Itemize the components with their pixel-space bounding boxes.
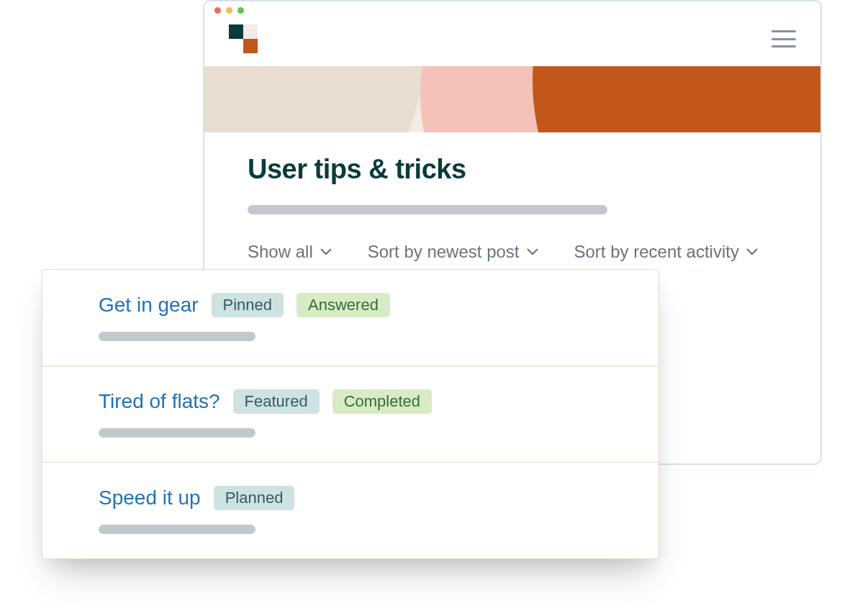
subtitle-placeholder xyxy=(248,205,607,214)
badge-answered: Answered xyxy=(296,293,390,317)
post-title: Speed it up xyxy=(99,486,201,509)
page-title: User tips & tricks xyxy=(248,154,777,185)
window-zoom-dot[interactable] xyxy=(237,7,244,14)
post-row[interactable]: Tired of flats? Featured Completed xyxy=(42,366,658,463)
post-title: Get in gear xyxy=(99,294,199,317)
filter-label: Sort by recent activity xyxy=(574,242,739,262)
navbar xyxy=(204,14,820,66)
badge-planned: Planned xyxy=(214,486,295,510)
window-minimize-dot[interactable] xyxy=(226,7,232,14)
posts-card: Get in gear Pinned Answered Tired of fla… xyxy=(42,269,659,559)
post-subtitle-placeholder xyxy=(99,525,255,534)
badge-completed: Completed xyxy=(332,389,432,414)
filter-label: Sort by newest post xyxy=(368,242,520,262)
filter-bar: Show all Sort by newest post Sort by rec… xyxy=(248,242,777,262)
post-title: Tired of flats? xyxy=(99,390,220,413)
filter-show-all[interactable]: Show all xyxy=(248,242,332,262)
chevron-down-icon xyxy=(527,248,538,255)
window-close-dot[interactable] xyxy=(214,7,221,14)
hamburger-menu-icon[interactable] xyxy=(771,30,796,47)
window-titlebar xyxy=(204,1,820,14)
post-row[interactable]: Speed it up Planned xyxy=(42,463,658,558)
post-row[interactable]: Get in gear Pinned Answered xyxy=(42,270,658,366)
post-subtitle-placeholder xyxy=(99,428,255,438)
chevron-down-icon xyxy=(746,248,758,255)
filter-label: Show all xyxy=(248,242,313,262)
filter-sort-newest[interactable]: Sort by newest post xyxy=(368,242,538,262)
filter-sort-activity[interactable]: Sort by recent activity xyxy=(574,242,758,262)
page-content: User tips & tricks Show all Sort by newe… xyxy=(204,132,820,262)
badge-pinned: Pinned xyxy=(212,293,284,317)
badge-featured: Featured xyxy=(233,389,320,414)
chevron-down-icon xyxy=(320,248,332,255)
hero-banner xyxy=(204,66,820,132)
post-subtitle-placeholder xyxy=(99,332,255,341)
site-logo[interactable] xyxy=(229,24,258,53)
